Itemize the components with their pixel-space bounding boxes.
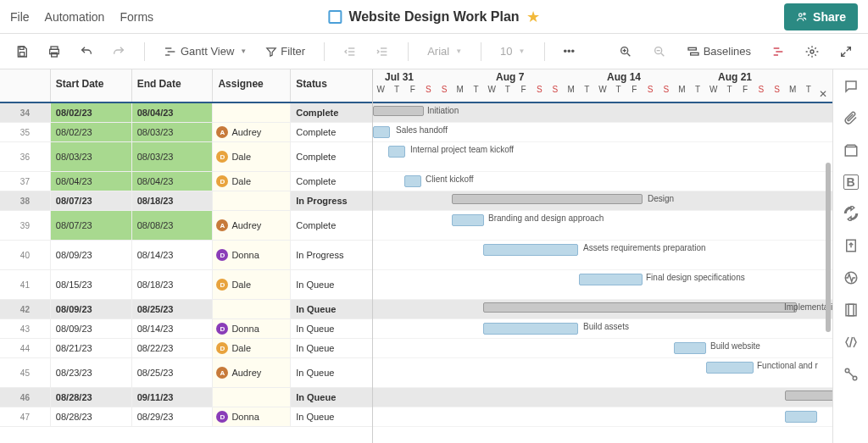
cell-end-date[interactable]: 08/14/23: [132, 241, 214, 269]
menu-forms[interactable]: Forms: [120, 10, 153, 24]
cell-status[interactable]: Complete: [291, 123, 372, 141]
column-status[interactable]: Status: [291, 69, 372, 102]
cell-status[interactable]: Complete: [291, 103, 372, 122]
cell-status[interactable]: In Queue: [291, 358, 372, 387]
table-row[interactable]: 4108/15/2308/18/23DDaleIn Queue: [0, 270, 372, 300]
gantt-bar[interactable]: [452, 194, 643, 204]
cell-start-date[interactable]: 08/09/23: [51, 241, 132, 269]
gantt-bar[interactable]: [373, 106, 424, 116]
cell-assignee[interactable]: DDale: [213, 270, 291, 299]
publish-icon[interactable]: [843, 237, 860, 254]
print-button[interactable]: [42, 42, 66, 62]
cell-end-date[interactable]: 08/03/23: [132, 142, 214, 171]
cell-assignee[interactable]: AAudrey: [213, 211, 291, 240]
table-row[interactable]: 4508/23/2308/25/23AAudreyIn Queue: [0, 358, 372, 388]
indent-button[interactable]: [370, 42, 394, 62]
cell-start-date[interactable]: 08/07/23: [51, 211, 132, 240]
cell-end-date[interactable]: 08/04/23: [132, 103, 214, 122]
cell-status[interactable]: In Queue: [291, 339, 372, 357]
cell-start-date[interactable]: 08/21/23: [51, 339, 132, 357]
font-select[interactable]: Arial▼: [422, 42, 467, 61]
gantt-view-button[interactable]: Gantt View▼: [159, 42, 252, 62]
cell-end-date[interactable]: 08/25/23: [132, 300, 214, 318]
more-button[interactable]: •••: [559, 42, 581, 61]
cell-assignee[interactable]: [213, 300, 291, 318]
cell-status[interactable]: In Queue: [291, 407, 372, 426]
gantt-bar[interactable]: [388, 146, 405, 158]
cell-end-date[interactable]: 09/11/23: [132, 388, 214, 407]
filter-button[interactable]: Filter: [260, 42, 310, 61]
undo-button[interactable]: [75, 42, 98, 62]
gantt-bar[interactable]: [579, 274, 643, 285]
menu-automation[interactable]: Automation: [45, 10, 105, 24]
close-icon[interactable]: ✕: [819, 88, 827, 100]
cell-start-date[interactable]: 08/23/23: [51, 358, 132, 387]
cell-assignee[interactable]: [213, 103, 291, 122]
expand-button[interactable]: [834, 42, 858, 62]
cell-end-date[interactable]: 08/08/23: [132, 211, 214, 240]
brandfolder-icon[interactable]: B: [843, 174, 859, 190]
scrollbar-thumb[interactable]: [826, 163, 831, 332]
share-button[interactable]: Share: [784, 3, 858, 30]
critical-path-button[interactable]: [766, 42, 790, 62]
table-row[interactable]: 4608/28/2309/11/23In Queue: [0, 388, 372, 407]
cell-start-date[interactable]: 08/09/23: [51, 300, 132, 318]
outdent-button[interactable]: [338, 42, 362, 62]
table-row[interactable]: 3508/02/2308/03/23AAudreyComplete: [0, 123, 372, 142]
cell-end-date[interactable]: 08/04/23: [132, 172, 214, 191]
gantt-bar[interactable]: [483, 244, 578, 256]
cell-assignee[interactable]: DDonna: [213, 241, 291, 269]
document-title[interactable]: Website Design Work Plan: [348, 9, 519, 25]
cell-status[interactable]: In Queue: [291, 270, 372, 299]
gantt-bar[interactable]: [785, 411, 817, 423]
proofs-icon[interactable]: [843, 142, 860, 159]
zoom-in-button[interactable]: [614, 42, 637, 62]
cell-start-date[interactable]: 08/02/23: [51, 123, 132, 141]
table-row[interactable]: 3408/02/2308/04/23Complete: [0, 103, 372, 123]
gantt-bar[interactable]: [706, 362, 754, 374]
baselines-button[interactable]: Baselines: [682, 42, 756, 62]
save-button[interactable]: [10, 42, 34, 62]
table-row[interactable]: 4408/21/2308/22/23DDaleIn Queue: [0, 339, 372, 358]
cell-assignee[interactable]: [213, 191, 291, 210]
gantt-bar[interactable]: [404, 175, 421, 187]
menu-file[interactable]: File: [10, 10, 30, 24]
cell-end-date[interactable]: 08/29/23: [132, 407, 214, 426]
activity-log-icon[interactable]: [843, 269, 860, 286]
cell-start-date[interactable]: 08/09/23: [51, 319, 132, 338]
cell-end-date[interactable]: 08/18/23: [132, 270, 214, 299]
cell-status[interactable]: In Progress: [291, 241, 372, 269]
cell-assignee[interactable]: DDale: [213, 172, 291, 191]
connections-icon[interactable]: [843, 366, 860, 383]
font-size-select[interactable]: 10▼: [495, 42, 530, 61]
table-row[interactable]: 3608/03/2308/03/23DDaleComplete: [0, 142, 372, 172]
attachments-icon[interactable]: [843, 110, 860, 127]
update-requests-icon[interactable]: [843, 205, 860, 222]
cell-end-date[interactable]: 08/25/23: [132, 358, 214, 387]
table-row[interactable]: 4008/09/2308/14/23DDonnaIn Progress: [0, 241, 372, 270]
gantt-bar[interactable]: [452, 214, 484, 226]
table-row[interactable]: 4208/09/2308/25/23In Queue: [0, 300, 372, 319]
cell-start-date[interactable]: 08/02/23: [51, 103, 132, 122]
summary-icon[interactable]: [843, 302, 860, 318]
gantt-bar[interactable]: [483, 302, 797, 313]
cell-end-date[interactable]: 08/14/23: [132, 319, 214, 338]
column-start-date[interactable]: Start Date: [51, 69, 132, 102]
cell-assignee[interactable]: AAudrey: [213, 123, 291, 141]
cell-status[interactable]: Complete: [291, 211, 372, 240]
cell-assignee[interactable]: DDonna: [213, 319, 291, 338]
cell-status[interactable]: Complete: [291, 142, 372, 171]
gantt-bar[interactable]: [785, 390, 832, 401]
gantt-bar[interactable]: [674, 342, 706, 354]
cell-status[interactable]: In Queue: [291, 388, 372, 407]
redo-button[interactable]: [107, 42, 131, 62]
comments-icon[interactable]: [843, 78, 860, 95]
cell-assignee[interactable]: DDonna: [213, 407, 291, 426]
table-row[interactable]: 3708/04/2308/04/23DDaleComplete: [0, 172, 372, 191]
settings-button[interactable]: [800, 42, 824, 62]
star-icon[interactable]: ★: [526, 8, 540, 26]
cell-start-date[interactable]: 08/28/23: [51, 407, 132, 426]
workapps-icon[interactable]: [843, 334, 860, 351]
table-row[interactable]: 3808/07/2308/18/23In Progress: [0, 191, 372, 211]
cell-start-date[interactable]: 08/04/23: [51, 172, 132, 191]
